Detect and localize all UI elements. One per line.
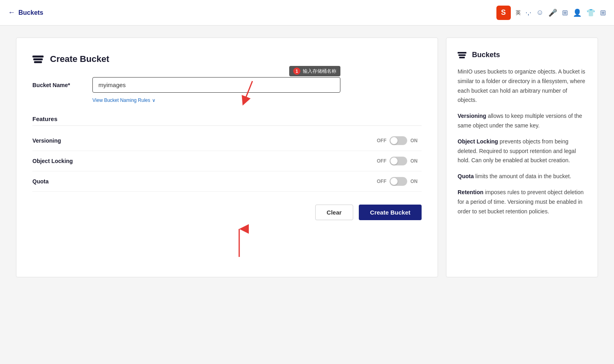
chevron-down-icon: ∨ xyxy=(152,97,156,103)
mic-icon[interactable]: 🎤 xyxy=(548,8,557,17)
retention-description: Retention imposes rules to prevent objec… xyxy=(458,188,586,216)
back-arrow-icon: ← xyxy=(8,8,15,17)
quota-toggle[interactable] xyxy=(390,177,407,186)
dots-icon[interactable]: ·,· xyxy=(526,8,532,17)
nav-title: Buckets xyxy=(18,9,43,16)
versioning-off-label: OFF xyxy=(377,138,386,143)
grid-icon[interactable]: ⊞ xyxy=(562,8,568,17)
right-info-panel: Buckets MinIO uses buckets to organize o… xyxy=(446,38,598,277)
button-row: Clear Create Bucket xyxy=(32,205,422,220)
bucket-icon-small xyxy=(458,52,466,58)
apps-icon[interactable]: ⊞ xyxy=(600,8,606,17)
bucket-name-input-wrapper: 1 输入存储桶名称 xyxy=(92,77,340,93)
bucket-name-input[interactable] xyxy=(92,77,340,93)
tooltip-badge: 1 输入存储桶名称 xyxy=(289,66,340,76)
naming-rules-link[interactable]: View Bucket Naming Rules ∨ xyxy=(92,97,156,103)
quota-toggle-group: OFF ON xyxy=(377,177,418,186)
user-icon[interactable]: 👤 xyxy=(573,8,582,17)
create-bucket-button[interactable]: Create Bucket xyxy=(359,205,422,220)
versioning-toggle-group: OFF ON xyxy=(377,136,418,145)
versioning-description: Versioning allows to keep multiple versi… xyxy=(458,111,586,131)
locking-knob xyxy=(390,157,398,165)
object-locking-toggle[interactable] xyxy=(390,157,407,165)
versioning-label: Versioning xyxy=(32,137,377,144)
versioning-row: Versioning OFF ON xyxy=(32,131,422,151)
object-locking-toggle-group: OFF ON xyxy=(377,157,418,165)
right-panel-header: Buckets xyxy=(458,51,586,59)
quota-knob xyxy=(390,178,398,185)
object-locking-label: Object Locking xyxy=(32,158,377,164)
field-row-name: Bucket Name* 1 输入存储桶名称 xyxy=(32,77,422,93)
quota-label: Quota xyxy=(32,178,377,185)
bucket-name-label: Bucket Name* xyxy=(32,82,84,88)
create-bucket-panel: Create Bucket Bucket Name* 1 输入存储桶名称 xyxy=(16,38,438,277)
clear-button[interactable]: Clear xyxy=(315,205,354,220)
main-content: Create Bucket Bucket Name* 1 输入存储桶名称 xyxy=(0,26,614,289)
panel-header: Create Bucket xyxy=(32,54,422,64)
bucket-name-section: Bucket Name* 1 输入存储桶名称 xyxy=(32,77,422,103)
shirt-icon[interactable]: 👕 xyxy=(586,8,595,17)
features-title: Features xyxy=(32,115,422,126)
bucket-icon-large xyxy=(32,56,44,63)
quota-row: Quota OFF ON xyxy=(32,171,422,192)
lang-tag[interactable]: 英 xyxy=(516,9,521,16)
badge-number: 1 xyxy=(293,68,300,75)
quota-off-label: OFF xyxy=(377,179,386,184)
topbar: ← Buckets S 英 ·,· ☺ 🎤 ⊞ 👤 👕 ⊞ xyxy=(0,0,614,26)
versioning-knob xyxy=(390,137,398,144)
tooltip-text: 输入存储桶名称 xyxy=(303,68,336,75)
right-panel-body: MinIO uses buckets to organize objects. … xyxy=(458,67,586,216)
panel-title: Create Bucket xyxy=(50,54,109,64)
buckets-description: MinIO uses buckets to organize objects. … xyxy=(458,67,586,105)
emoji-icon[interactable]: ☺ xyxy=(536,8,544,17)
back-nav[interactable]: ← Buckets xyxy=(8,8,43,17)
annotation-arrow-2 xyxy=(227,221,251,261)
sohu-logo: S xyxy=(496,6,511,20)
object-locking-row: Object Locking OFF ON xyxy=(32,151,422,171)
right-panel-title: Buckets xyxy=(472,51,500,59)
topbar-right: S 英 ·,· ☺ 🎤 ⊞ 👤 👕 ⊞ xyxy=(496,6,606,20)
locking-on-label: ON xyxy=(410,158,418,164)
quota-on-label: ON xyxy=(410,179,418,184)
versioning-on-label: ON xyxy=(410,138,418,143)
locking-off-label: OFF xyxy=(377,158,386,164)
features-section: Features Versioning OFF ON Object Lockin… xyxy=(32,115,422,192)
quota-description: Quota limits the amount of data in the b… xyxy=(458,172,586,181)
versioning-toggle[interactable] xyxy=(390,136,407,145)
locking-description: Object Locking prevents objects from bei… xyxy=(458,137,586,165)
